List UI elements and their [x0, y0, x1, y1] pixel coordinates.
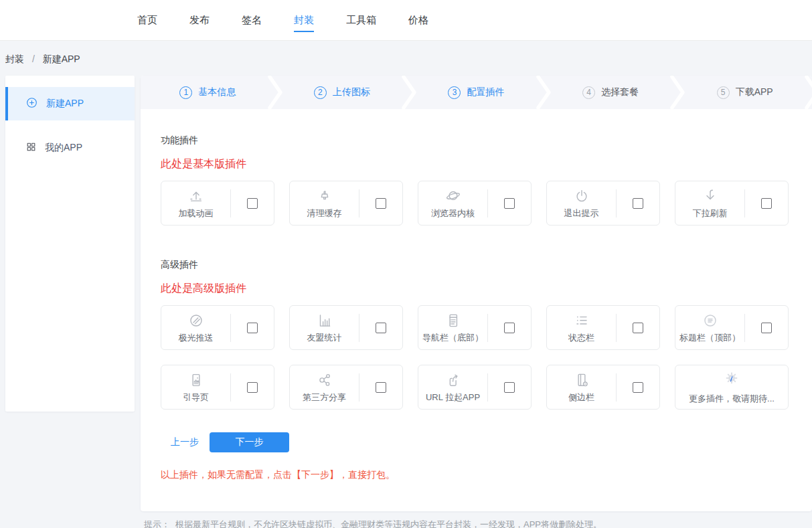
page: 首页发布签名封装工具箱价格 封装 / 新建APP 新建APP我的APP 1基本信…	[0, 0, 812, 528]
panel-content: 功能插件此处是基本版插件加载动画清理缓存浏览器内核退出提示下拉刷新高级插件此处是…	[141, 109, 812, 481]
package-notice: 以上插件，如果无需配置，点击【下一步】，直接打包。	[161, 469, 792, 481]
plugin-checkbox[interactable]	[247, 323, 258, 333]
plugin-card[interactable]: 退出提示	[546, 181, 660, 226]
plugin-card[interactable]: 下拉刷新	[675, 181, 789, 226]
sidebar-item[interactable]: 我的APP	[5, 131, 135, 165]
plugin-card-body: 标题栏（顶部）	[675, 312, 744, 344]
sidebar-item[interactable]: 新建APP	[5, 87, 135, 120]
loading-animation-icon	[187, 187, 205, 205]
plugin-checkbox[interactable]	[504, 323, 515, 333]
plugin-checkbox[interactable]	[376, 198, 386, 209]
nav-item[interactable]: 封装	[294, 0, 314, 40]
next-step-button[interactable]: 下一步	[210, 432, 289, 452]
plugin-card-checkbox-area	[359, 198, 402, 209]
plugin-card-body: 浏览器内核	[418, 187, 487, 219]
step-chevron-icon	[534, 76, 553, 112]
plugin-checkbox[interactable]	[633, 323, 643, 333]
plugin-card[interactable]: URL 拉起APP	[418, 365, 532, 410]
plugin-card[interactable]: 加载动画	[161, 181, 274, 226]
plugin-card-body: 侧边栏	[547, 371, 616, 404]
step-number: 5	[717, 86, 730, 99]
plugin-card[interactable]: 侧边栏	[546, 365, 660, 410]
plugin-card[interactable]: 引导页	[161, 365, 274, 410]
plugin-card-checkbox-area	[359, 382, 402, 393]
plugin-card-checkbox-area	[745, 198, 788, 209]
plugin-checkbox[interactable]	[247, 382, 258, 393]
plugin-card-checkbox-area	[617, 198, 659, 209]
browser-kernel-planet-icon	[444, 187, 462, 205]
nav-item[interactable]: 首页	[137, 0, 157, 40]
nav-item[interactable]: 价格	[408, 0, 428, 40]
plugin-card[interactable]: 清理缓存	[289, 181, 403, 226]
wizard-step[interactable]: 4选择套餐	[544, 76, 678, 109]
plugin-card-body: 引导页	[161, 371, 230, 404]
plus-circle-icon	[25, 96, 38, 111]
step-chevron-icon	[803, 76, 812, 112]
plugin-checkbox[interactable]	[761, 198, 772, 209]
plugin-card-row: 引导页第三方分享URL 拉起APP侧边栏更多插件，敬请期待...	[161, 365, 792, 410]
step-chevron-icon	[668, 76, 687, 112]
wizard-step[interactable]: 3配置插件	[409, 76, 544, 109]
plugin-checkbox[interactable]	[504, 198, 515, 209]
third-party-share-icon	[316, 371, 333, 389]
plugin-card[interactable]: 状态栏	[546, 305, 660, 350]
plugin-card-body: 清理缓存	[290, 187, 359, 219]
main-panel: 1基本信息2上传图标3配置插件4选择套餐5下载APP 功能插件此处是基本版插件加…	[141, 76, 812, 511]
plugin-card[interactable]: 更多插件，敬请期待...	[675, 365, 789, 410]
plugin-sections: 功能插件此处是基本版插件加载动画清理缓存浏览器内核退出提示下拉刷新高级插件此处是…	[161, 135, 792, 410]
breadcrumb-section[interactable]: 封装	[5, 54, 24, 64]
top-nav: 首页发布签名封装工具箱价格	[0, 0, 812, 41]
clean-cache-brush-icon	[316, 187, 333, 205]
plugin-label: 标题栏（顶部）	[679, 332, 740, 344]
plugin-card-checkbox-area	[488, 198, 531, 209]
plugin-card-row: 加载动画清理缓存浏览器内核退出提示下拉刷新	[161, 181, 792, 226]
nav-item[interactable]: 工具箱	[346, 0, 376, 40]
status-bar-list-icon	[573, 312, 590, 329]
section-note: 此处是基本版插件	[161, 157, 792, 171]
plugin-label: 状态栏	[568, 332, 594, 344]
breadcrumb: 封装 / 新建APP	[5, 54, 812, 66]
plugin-card-body: 导航栏（底部）	[418, 312, 487, 344]
sidebar: 新建APP我的APP	[5, 76, 135, 412]
plugin-checkbox[interactable]	[633, 198, 643, 209]
title-bar-circle-icon	[702, 312, 719, 329]
plugin-card[interactable]: 浏览器内核	[418, 181, 532, 226]
plugin-card-checkbox-area	[488, 323, 531, 333]
plugin-label: 导航栏（底部）	[422, 332, 483, 344]
plugin-checkbox[interactable]	[761, 323, 772, 333]
prev-step-link[interactable]: 上一步	[171, 436, 199, 448]
nav-item[interactable]: 签名	[242, 0, 262, 40]
exit-prompt-power-icon	[573, 187, 590, 205]
plugin-checkbox[interactable]	[376, 323, 386, 333]
wizard-step[interactable]: 1基本信息	[141, 76, 275, 109]
plugin-card[interactable]: 导航栏（底部）	[418, 305, 532, 350]
plugin-card-checkbox-area	[617, 323, 659, 333]
step-label: 上传图标	[333, 86, 370, 98]
step-wizard: 1基本信息2上传图标3配置插件4选择套餐5下载APP	[141, 76, 812, 109]
sidebar-item-label: 我的APP	[45, 142, 82, 154]
section-title: 功能插件	[161, 135, 792, 147]
wizard-step[interactable]: 5下载APP	[677, 76, 812, 109]
actions-row: 上一步 下一步	[171, 432, 792, 452]
plugin-card[interactable]: 友盟统计	[289, 305, 403, 350]
pull-refresh-arrow-icon	[702, 187, 719, 205]
plugin-checkbox[interactable]	[633, 382, 643, 393]
breadcrumb-current: 新建APP	[43, 54, 80, 64]
plugin-label: 更多插件，敬请期待...	[689, 393, 775, 405]
plugin-card-body: 更多插件，敬请期待...	[689, 370, 775, 405]
plugin-card[interactable]: 标题栏（顶部）	[675, 305, 789, 350]
plugin-checkbox[interactable]	[376, 382, 386, 393]
wizard-step[interactable]: 2上传图标	[275, 76, 410, 109]
step-number: 4	[582, 86, 595, 99]
nav-item[interactable]: 发布	[189, 0, 210, 40]
step-label: 基本信息	[198, 86, 236, 98]
plugin-checkbox[interactable]	[504, 382, 515, 393]
navbar-bottom-doc-icon	[444, 312, 462, 329]
plugin-checkbox[interactable]	[247, 198, 258, 209]
plugin-card-checkbox-area	[617, 382, 659, 393]
plugin-card-body: 下拉刷新	[675, 187, 744, 219]
plugin-card[interactable]: 第三方分享	[289, 365, 403, 410]
plugin-card-body: 状态栏	[547, 312, 616, 344]
step-number: 3	[448, 86, 461, 99]
plugin-card[interactable]: 极光推送	[161, 305, 274, 350]
